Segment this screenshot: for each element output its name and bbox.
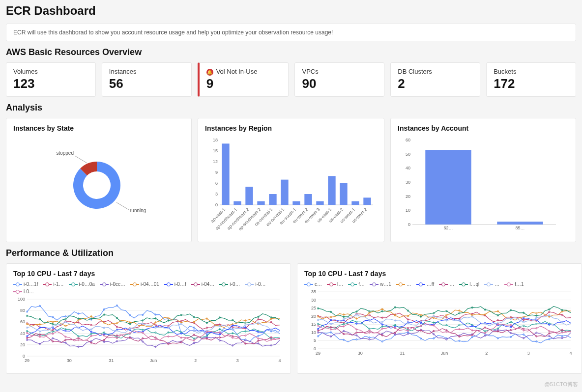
svg-line-0 bbox=[75, 156, 87, 163]
legend-item[interactable]: i-0…0a bbox=[69, 281, 95, 287]
svg-text:3: 3 bbox=[236, 358, 239, 363]
card-label: Vol Not In-Use bbox=[216, 68, 258, 75]
svg-text:20: 20 bbox=[311, 314, 316, 319]
metric-card: DB Clusters2 bbox=[390, 62, 480, 97]
svg-rect-22 bbox=[281, 180, 288, 205]
legend-item[interactable]: i-04…01 bbox=[130, 281, 159, 287]
svg-text:60: 60 bbox=[406, 138, 410, 142]
svg-text:31: 31 bbox=[109, 358, 114, 363]
svg-text:0: 0 bbox=[408, 222, 410, 227]
panel-instances-by-region: Instances by Region 0369121518ap-east-1a… bbox=[198, 118, 384, 242]
page-title: ECR Dashboard bbox=[6, 4, 576, 18]
legend-item[interactable]: …ff bbox=[416, 281, 434, 287]
legend-item[interactable]: f…1 bbox=[504, 281, 524, 287]
svg-text:31: 31 bbox=[400, 351, 405, 356]
svg-text:25: 25 bbox=[311, 306, 316, 310]
svg-text:85…: 85… bbox=[515, 225, 524, 230]
svg-text:0: 0 bbox=[215, 202, 218, 207]
svg-rect-36 bbox=[363, 197, 371, 205]
card-label: VPCs bbox=[302, 68, 377, 75]
svg-text:6: 6 bbox=[215, 181, 218, 186]
panel-top10-cpu-right: Top 10 CPU - Last 7 days c…l…f…w…1……ff…l… bbox=[297, 263, 582, 374]
svg-rect-30 bbox=[328, 176, 335, 205]
legend-item[interactable]: f… bbox=[348, 281, 365, 287]
svg-rect-32 bbox=[340, 183, 347, 205]
svg-text:4: 4 bbox=[278, 358, 281, 363]
line-chart: 020406080100293031Jun234 bbox=[13, 297, 284, 366]
svg-text:9: 9 bbox=[215, 170, 218, 175]
legend-item[interactable]: … bbox=[484, 281, 499, 287]
legend-item[interactable]: i-0…f bbox=[164, 281, 186, 287]
panel-title: Instances by State bbox=[13, 124, 184, 132]
card-value: 2 bbox=[398, 76, 473, 91]
legend-item[interactable]: i-1… bbox=[43, 281, 63, 287]
metric-card: VPCs90 bbox=[294, 62, 384, 97]
svg-text:12: 12 bbox=[213, 159, 218, 164]
svg-rect-34 bbox=[351, 201, 359, 205]
svg-text:30: 30 bbox=[67, 358, 72, 363]
legend-item[interactable]: l…ql bbox=[459, 281, 479, 287]
card-label: Instances bbox=[109, 68, 184, 75]
svg-rect-28 bbox=[316, 201, 323, 205]
legend-item[interactable]: l… bbox=[327, 281, 343, 287]
legend-item[interactable]: … bbox=[439, 281, 454, 287]
line-chart: 05101520253035293031Jun234 bbox=[304, 290, 575, 359]
panel-top10-cpu-left: Top 10 CPU - Last 7 days i-0…1fi-1…i-0…0… bbox=[6, 263, 291, 374]
card-value: 9 bbox=[206, 76, 282, 91]
bell-icon: 🔔 bbox=[206, 69, 213, 76]
legend-item[interactable]: c… bbox=[304, 281, 322, 287]
panel-title: Top 10 CPU - Last 7 days bbox=[13, 270, 284, 278]
svg-text:10: 10 bbox=[311, 330, 316, 335]
svg-line-2 bbox=[116, 202, 129, 210]
svg-rect-24 bbox=[292, 201, 300, 205]
legend-item[interactable]: i-0…1f bbox=[13, 281, 38, 287]
svg-rect-14 bbox=[233, 201, 241, 205]
section-perf-title: Performance & Utilization bbox=[6, 248, 576, 258]
svg-rect-12 bbox=[222, 143, 229, 205]
card-label: DB Clusters bbox=[398, 68, 473, 75]
svg-text:40: 40 bbox=[406, 166, 410, 170]
svg-rect-20 bbox=[269, 194, 276, 205]
info-banner: ECR will use this dashborad to show you … bbox=[6, 24, 576, 41]
svg-rect-16 bbox=[245, 187, 253, 205]
svg-text:3: 3 bbox=[215, 192, 218, 196]
svg-text:40: 40 bbox=[20, 331, 25, 336]
legend-item[interactable]: … bbox=[396, 281, 411, 287]
panel-title: Instances by Region bbox=[205, 124, 377, 132]
legend-item[interactable]: i-0… bbox=[219, 281, 240, 287]
panel-title: Instances by Account bbox=[398, 124, 569, 132]
legend-item[interactable]: i-0… bbox=[13, 289, 34, 294]
card-label: Volumes bbox=[13, 68, 88, 75]
svg-rect-46 bbox=[425, 150, 471, 224]
svg-text:15: 15 bbox=[311, 322, 316, 327]
chart-legend: c…l…f…w…1……ff…l…ql…f…1 bbox=[304, 281, 575, 287]
legend-item[interactable]: i-04… bbox=[191, 281, 215, 287]
card-label: Buckets bbox=[494, 68, 569, 75]
svg-text:20: 20 bbox=[406, 194, 410, 199]
donut-chart: stoppedrunning bbox=[13, 136, 175, 229]
svg-text:running: running bbox=[130, 208, 146, 213]
svg-text:5: 5 bbox=[314, 338, 316, 343]
svg-text:29: 29 bbox=[25, 358, 29, 363]
svg-text:stopped: stopped bbox=[56, 150, 74, 156]
legend-item[interactable]: w…1 bbox=[370, 281, 391, 287]
bar-chart-account: 010203040506062…85… bbox=[398, 136, 560, 234]
card-value: 123 bbox=[13, 76, 88, 91]
svg-text:20: 20 bbox=[20, 342, 25, 347]
legend-item[interactable]: i-0cc… bbox=[100, 281, 125, 287]
svg-text:60: 60 bbox=[20, 319, 25, 324]
svg-rect-26 bbox=[304, 194, 312, 205]
panel-instances-by-account: Instances by Account 010203040506062…85… bbox=[390, 118, 576, 242]
panel-title: Top 10 CPU - Last 7 days bbox=[304, 270, 575, 278]
card-value: 90 bbox=[302, 76, 377, 91]
svg-text:80: 80 bbox=[20, 308, 25, 313]
svg-text:30: 30 bbox=[311, 298, 316, 303]
metric-card: 🔔Vol Not In-Use9 bbox=[198, 62, 289, 97]
panel-instances-by-state: Instances by State stoppedrunning bbox=[6, 118, 192, 242]
section-overview-title: AWS Basic Resources Overview bbox=[6, 47, 576, 57]
svg-text:50: 50 bbox=[406, 152, 410, 157]
svg-text:35: 35 bbox=[311, 290, 316, 294]
overview-cards: Volumes123Instances56🔔Vol Not In-Use9VPC… bbox=[6, 62, 576, 97]
legend-item[interactable]: i-0… bbox=[245, 281, 265, 287]
metric-card: Instances56 bbox=[102, 62, 192, 97]
